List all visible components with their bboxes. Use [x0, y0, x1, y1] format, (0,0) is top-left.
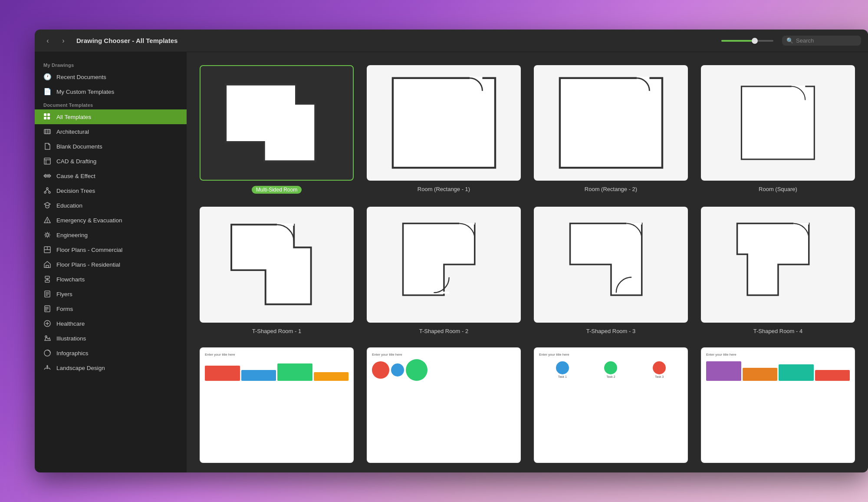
sidebar-item-illustrations[interactable]: Illustrations	[35, 331, 187, 346]
sidebar-item-forms[interactable]: Forms	[35, 301, 187, 316]
svg-rect-37	[46, 265, 49, 268]
window-title: Drawing Chooser - All Templates	[76, 37, 721, 44]
template-thumb-tshaped1	[200, 207, 354, 322]
template-card-room-rect1[interactable]: Room (Rectange - 1)	[367, 65, 521, 194]
svg-rect-8	[44, 158, 50, 164]
svg-rect-60	[559, 78, 662, 168]
template-label-room-rect1: Room (Rectange - 1)	[418, 186, 470, 192]
zoom-fill	[721, 40, 753, 42]
svg-rect-2	[44, 117, 46, 119]
sidebar-item-all-templates[interactable]: All Templates	[35, 109, 187, 124]
template-label-tshaped2: T-Shaped Room - 2	[419, 328, 468, 334]
search-icon: 🔍	[786, 37, 793, 44]
template-thumb-multi-sided-room	[200, 65, 354, 181]
svg-marker-36	[44, 261, 50, 268]
floor-plan-residential-icon	[43, 261, 51, 268]
svg-rect-38	[45, 276, 49, 278]
decision-tree-icon	[43, 187, 51, 195]
cause-effect-label: Cause & Effect	[56, 173, 95, 179]
template-card-tshaped1[interactable]: T-Shaped Room - 1	[200, 207, 354, 334]
template-card-slide4[interactable]: Enter your title here	[701, 347, 855, 463]
back-button[interactable]: ‹	[42, 35, 54, 47]
svg-line-32	[45, 236, 46, 237]
sidebar-item-healthcare[interactable]: Healthcare	[35, 316, 187, 331]
sidebar-item-engineering[interactable]: Engineering	[35, 228, 187, 242]
flowchart-icon	[43, 275, 51, 283]
template-card-multi-sided-room[interactable]: Multi-Sided Room	[200, 65, 354, 194]
forms-label: Forms	[56, 306, 73, 312]
nav-arrows: ‹ ›	[42, 35, 69, 47]
template-thumb-slide3: Enter your title here Task 1 Task 2	[534, 347, 688, 463]
all-templates-label: All Templates	[56, 114, 91, 120]
cad-drafting-label: CAD & Drafting	[56, 158, 96, 165]
template-thumb-slide2: Enter your title here	[367, 347, 521, 463]
svg-marker-20	[44, 202, 50, 206]
template-card-tshaped3[interactable]: T-Shaped Room - 3	[534, 207, 688, 334]
template-card-room-rect2[interactable]: Room (Rectange - 2)	[534, 65, 688, 194]
svg-line-18	[45, 189, 47, 192]
svg-point-23	[47, 222, 48, 222]
svg-line-29	[45, 233, 46, 234]
flyers-label: Flyers	[56, 291, 72, 297]
sidebar-item-education[interactable]: Education	[35, 198, 187, 213]
sidebar-item-architectural[interactable]: Architectural	[35, 124, 187, 139]
recent-documents-label: Recent Documents	[56, 74, 106, 80]
sidebar-item-landscape-design[interactable]: Landscape Design	[35, 360, 187, 375]
svg-marker-69	[570, 224, 641, 295]
template-label-tshaped1: T-Shaped Room - 1	[252, 328, 301, 334]
template-card-room-square[interactable]: Room (Square)	[701, 65, 855, 194]
sidebar-item-emergency-evacuation[interactable]: Emergency & Evacuation	[35, 213, 187, 228]
clock-icon: 🕐	[43, 73, 51, 81]
sidebar-item-decision-trees[interactable]: Decision Trees	[35, 183, 187, 198]
decision-trees-label: Decision Trees	[56, 188, 95, 194]
svg-point-51	[45, 310, 46, 310]
illustrations-label: Illustrations	[56, 335, 86, 342]
template-thumb-tshaped3	[534, 207, 688, 322]
infographics-icon	[43, 349, 51, 357]
sidebar-item-infographics[interactable]: Infographics	[35, 346, 187, 360]
landscape-icon	[43, 364, 51, 372]
engineering-icon	[43, 231, 51, 239]
template-card-slide3[interactable]: Enter your title here Task 1 Task 2	[534, 347, 688, 463]
document-templates-label: Document Templates	[35, 99, 187, 109]
template-card-slide1[interactable]: Enter your title here	[200, 347, 354, 463]
sidebar-item-floor-plans-commercial[interactable]: Floor Plans - Commercial	[35, 242, 187, 257]
floor-plans-commercial-label: Floor Plans - Commercial	[56, 247, 122, 253]
template-card-tshaped4[interactable]: T-Shaped Room - 4	[701, 207, 855, 334]
search-box[interactable]: 🔍	[782, 36, 861, 46]
sidebar: My Drawings 🕐 Recent Documents 📄 My Cust…	[35, 52, 187, 472]
search-input[interactable]	[796, 37, 857, 44]
forward-button[interactable]: ›	[57, 35, 69, 47]
forms-icon	[43, 305, 51, 313]
sidebar-item-cause-effect[interactable]: Cause & Effect	[35, 168, 187, 183]
svg-line-31	[49, 233, 49, 234]
svg-point-50	[45, 308, 46, 309]
floor-plan-commercial-icon	[43, 246, 51, 254]
template-card-tshaped2[interactable]: T-Shaped Room - 2	[367, 207, 521, 334]
blank-documents-label: Blank Documents	[56, 143, 102, 150]
sidebar-item-flowcharts[interactable]: Flowcharts	[35, 272, 187, 287]
landscape-design-label: Landscape Design	[56, 365, 105, 371]
template-badge: Multi-Sided Room	[252, 186, 302, 194]
svg-point-55	[45, 336, 47, 337]
infographics-label: Infographics	[56, 350, 89, 357]
sidebar-item-floor-plans-residential[interactable]: Floor Plans - Residential	[35, 257, 187, 272]
illustrations-icon	[43, 334, 51, 342]
sidebar-item-cad-drafting[interactable]: CAD & Drafting	[35, 154, 187, 168]
floor-plans-residential-label: Floor Plans - Residential	[56, 261, 120, 268]
svg-marker-64	[231, 225, 311, 305]
my-drawings-label: My Drawings	[35, 59, 187, 69]
svg-marker-72	[737, 224, 809, 295]
zoom-thumb	[752, 38, 758, 44]
sidebar-item-custom-templates[interactable]: 📄 My Custom Templates	[35, 84, 187, 99]
template-label-room-square: Room (Square)	[759, 186, 797, 192]
sidebar-item-flyers[interactable]: Flyers	[35, 287, 187, 301]
template-thumb-room-square	[701, 65, 855, 181]
architectural-label: Architectural	[56, 129, 89, 135]
sidebar-item-blank-documents[interactable]: Blank Documents	[35, 139, 187, 154]
titlebar: ‹ › Drawing Chooser - All Templates 🔍	[35, 30, 868, 52]
template-card-slide2[interactable]: Enter your title here	[367, 347, 521, 463]
zoom-slider[interactable]	[721, 40, 773, 42]
svg-marker-57	[225, 85, 315, 162]
sidebar-item-recent-documents[interactable]: 🕐 Recent Documents	[35, 69, 187, 84]
